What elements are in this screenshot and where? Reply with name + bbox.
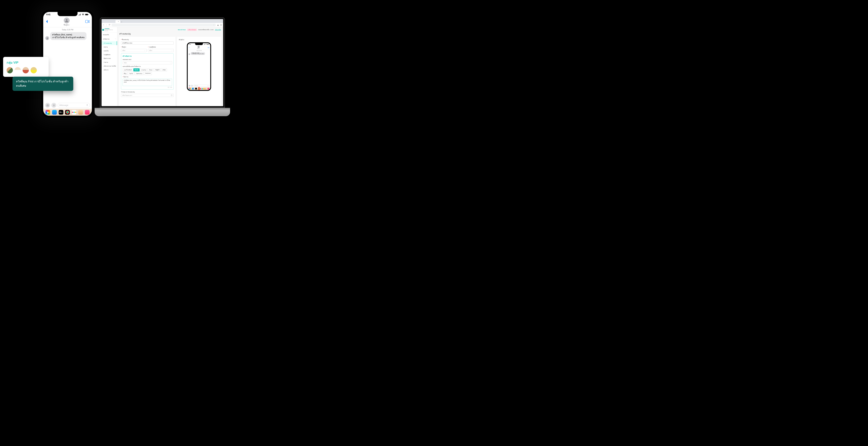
battery-icon xyxy=(85,14,89,15)
svg-rect-0 xyxy=(171,95,172,96)
appstore-icon xyxy=(191,85,193,87)
back-icon[interactable] xyxy=(103,24,104,27)
applepay-app-icon[interactable]: 🅐Pay xyxy=(59,110,63,115)
sidebar-sub-quick-send[interactable]: ส่งด่วน xyxy=(101,45,117,49)
signal-icon xyxy=(204,44,205,45)
topup-link[interactable]: เติมเครดิต xyxy=(215,29,221,31)
sidebar-sub-create-campaign[interactable]: สร้างแคมเปญ xyxy=(101,41,117,45)
tag-username[interactable]: ชื่อผู้ใช้ xyxy=(154,68,161,71)
sidebar-item-dashboard[interactable]: ดอนบอร์ด xyxy=(101,33,117,37)
preview-title: ตัวอย่าง xyxy=(179,38,219,41)
sidebar-sub-contacts[interactable]: กลุ่มผู้ติดต่อ xyxy=(101,53,117,57)
video-call-button[interactable] xyxy=(85,20,89,24)
credit-label: ยอดเครดิตคงเหลือ: 3,500 xyxy=(198,29,214,31)
tag-instruction: แทรกแท็กที่จะแสดงในข้อความ xyxy=(123,65,172,68)
svg-rect-10 xyxy=(88,14,89,15)
avatar xyxy=(7,67,13,73)
extensions-icon[interactable] xyxy=(217,24,219,26)
sidebar-sub-orders[interactable]: บล็อกสถานการสั่งซื้อ xyxy=(101,64,117,68)
tag-company[interactable]: บริษัท xyxy=(161,68,167,71)
sender-select[interactable]: เลือก⌄ xyxy=(121,49,147,52)
preview-input-field: iMessage xyxy=(193,85,209,87)
browser-window: × + ☆ ATHENA MESSAGE SERVI xyxy=(101,19,223,106)
vip-avatars xyxy=(7,67,45,73)
tag-list: เบอร์โทรศัพท์ ชื่อจริง นามสกุล อีเมล ชื่… xyxy=(123,68,172,75)
preview-sender: ชื่อผู้ส่ง › xyxy=(197,48,200,49)
tag-lastname[interactable]: นามสกุล xyxy=(140,68,148,71)
message-label: ข้อความ xyxy=(123,76,128,78)
topbar: Mini B Pack แพ็คเกจปัจจุบัน ยอดเครดิตคงเ… xyxy=(117,27,223,32)
browser-tab[interactable]: × xyxy=(116,20,120,23)
applepay-app-icon xyxy=(195,88,197,90)
template-label: เทมเพลต SMS xyxy=(123,59,172,61)
appstore-app-icon xyxy=(192,88,194,90)
new-tab-button[interactable]: + xyxy=(121,21,122,23)
chevron-up-icon: ˆ xyxy=(115,38,116,40)
message-avatar-icon xyxy=(45,36,49,40)
clock: 9:41 xyxy=(46,13,51,16)
tag-phone[interactable]: เบอร์โทรศัพท์ xyxy=(123,68,133,71)
back-button[interactable] xyxy=(46,20,48,24)
vip-card: กลุ่ม VIP xyxy=(3,57,49,77)
tag-firstname[interactable]: ชื่อจริง xyxy=(133,68,140,71)
sidebar-item-send[interactable]: ส่งข้อความ ˆ xyxy=(101,37,117,41)
address-bar[interactable]: ☆ xyxy=(112,24,216,26)
message-textarea[interactable] xyxy=(123,79,172,86)
status-icons xyxy=(78,14,89,15)
svg-rect-5 xyxy=(208,47,209,48)
logo: ATHENA MESSAGE SERVICE CO.,LTD xyxy=(101,27,117,33)
sidebar-sub-templates[interactable]: แสมเป็น xyxy=(101,49,117,53)
phone-notch xyxy=(58,12,78,16)
preview-phone-notch xyxy=(195,43,203,45)
sidebar: ATHENA MESSAGE SERVICE CO.,LTD ดอนบอร์ด … xyxy=(101,27,117,106)
chat-app-icon[interactable] xyxy=(72,110,76,115)
page-title: สร้างแคมเปญ xyxy=(117,32,223,37)
mic-icon[interactable] xyxy=(86,104,88,107)
content-columns: *ชื่อแคมเปญ *ชื่อผู้ส่ง เลือก⌄ *กลุ่มผู้… xyxy=(117,37,223,106)
sidebar-sub-sender-name[interactable]: ชื่อคำการส่ง xyxy=(101,57,117,60)
forward-icon[interactable] xyxy=(105,24,107,27)
camera-button[interactable] xyxy=(45,103,50,108)
campaign-name-input[interactable] xyxy=(121,41,174,44)
preview-status-icons xyxy=(204,44,209,45)
tag-facebook[interactable]: facebook xyxy=(144,72,152,75)
memoji-app-icon[interactable] xyxy=(78,110,83,115)
message-input[interactable]: iMessage xyxy=(58,103,90,108)
avatar xyxy=(14,67,21,73)
sidebar-sub-reports[interactable]: รายงาน xyxy=(101,60,117,64)
tag-email[interactable]: อีเมล xyxy=(148,68,154,71)
bookmark-star-icon[interactable]: ☆ xyxy=(213,24,215,26)
preview-card: ตัวอย่าง 9:41 xyxy=(177,37,221,106)
main-content: Mini B Pack แพ็คเกจปัจจุบัน ยอดเครดิตคงเ… xyxy=(117,27,223,106)
tag-address[interactable]: ที่อยู่ xyxy=(123,72,127,75)
profile-avatar-icon[interactable] xyxy=(220,24,222,26)
contact-info[interactable]: ชื่อผู้ส่ง › xyxy=(64,18,70,26)
preview-bubble: สวัสดีคุณ {first_name} เรามีโปรโมชั่น สำ… xyxy=(191,52,205,55)
game-app-icon[interactable] xyxy=(85,110,90,115)
sidebar-sub-packages[interactable]: แพ็กเกจ xyxy=(101,68,117,72)
appstore-app-icon[interactable] xyxy=(52,110,57,115)
tag-birthday[interactable]: วันเกิด xyxy=(128,72,134,75)
fitness-app-icon[interactable] xyxy=(65,110,70,115)
logo-mark-icon xyxy=(102,29,104,31)
close-tab-icon[interactable]: × xyxy=(118,21,119,22)
preview-video-icon xyxy=(208,46,209,49)
contact-select[interactable]: เลือก⌄ xyxy=(148,49,174,52)
package-badge: แพ็คเกจปัจจุบัน xyxy=(187,29,197,31)
tag-anniversary[interactable]: วันครบรอบ xyxy=(135,72,144,75)
preview-toast: สวัสดีคุณ First เรามีโปรโมชั่น สำหรับลูก… xyxy=(12,77,73,91)
char-count: 50 / 160 xyxy=(123,87,172,88)
schedule-input[interactable]: เลือกวันและเวลา xyxy=(121,94,174,97)
avatar xyxy=(31,67,37,73)
svg-point-6 xyxy=(189,85,190,86)
app-drawer-button[interactable] xyxy=(52,103,56,108)
reload-icon[interactable] xyxy=(108,24,111,27)
photos-app-icon[interactable] xyxy=(45,110,50,115)
input-bar: iMessage xyxy=(43,102,92,109)
preview-clock: 9:41 xyxy=(189,44,191,45)
campaign-name-label: ชื่อแคมเปญ xyxy=(122,38,129,41)
app-dock: 🅐Pay xyxy=(43,109,92,116)
svg-point-13 xyxy=(47,37,48,38)
template-select[interactable]: เลือก⌄ xyxy=(123,61,172,64)
svg-rect-15 xyxy=(87,104,88,105)
